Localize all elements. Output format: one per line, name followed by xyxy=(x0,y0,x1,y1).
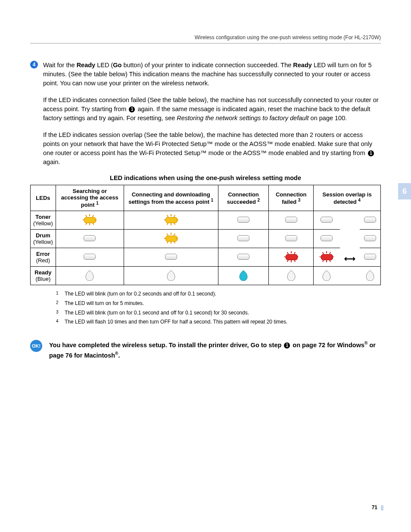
footnote-text: The LED will flash 10 times and then tur… xyxy=(65,317,287,327)
led-cell xyxy=(314,267,340,285)
led-cell xyxy=(269,211,314,230)
led-table: LEDs Searching or accessing the access p… xyxy=(30,185,381,285)
led-cell xyxy=(340,267,360,285)
led-cell xyxy=(218,211,269,230)
led-cell xyxy=(56,211,124,230)
page-corner-accent xyxy=(381,505,383,510)
footnote: 3The LED will blink (turn on for 0.1 sec… xyxy=(56,308,381,318)
led-teardrop-off-icon xyxy=(85,270,94,281)
led-off-icon xyxy=(237,235,249,241)
led-blink-yellow-icon xyxy=(163,215,179,225)
led-cell xyxy=(360,211,381,230)
chapter-tab: 6 xyxy=(398,183,411,199)
led-cell xyxy=(124,230,218,248)
led-cell xyxy=(218,267,269,285)
ok-badge-icon: OK! xyxy=(30,340,42,352)
th-overlap: Session overlap is detected 4 xyxy=(314,185,381,211)
led-cell xyxy=(269,267,314,285)
led-cell xyxy=(360,267,381,285)
led-label: Toner(Yellow) xyxy=(31,211,56,230)
th-connecting: Connecting and downloading settings from… xyxy=(124,185,218,211)
text: LED ( xyxy=(95,62,113,68)
led-off-icon xyxy=(364,235,376,241)
led-blink-red-icon xyxy=(283,252,299,262)
led-cell xyxy=(124,211,218,230)
led-cell xyxy=(218,248,269,267)
footnote-text: The LED will blink (turn on for 0.2 seco… xyxy=(65,289,216,299)
led-off-icon xyxy=(321,235,333,241)
led-teardrop-off-icon xyxy=(322,270,331,281)
led-off-icon xyxy=(237,254,249,260)
led-label: Drum(Yellow) xyxy=(31,230,56,248)
reference-badge: 1 xyxy=(368,150,374,156)
reference-badge: 1 xyxy=(284,342,290,348)
text: on page 72 for Windows xyxy=(291,342,364,348)
led-cell xyxy=(56,267,124,285)
step-number-badge: 4 xyxy=(30,61,38,68)
paragraph-connection-failed: If the LED indicates connection failed (… xyxy=(43,96,381,123)
table-header-row: LEDs Searching or accessing the access p… xyxy=(31,185,381,211)
led-cell xyxy=(124,267,218,285)
led-cell xyxy=(360,230,381,248)
page-number: 71 xyxy=(372,504,377,510)
led-label: Ready(Blue) xyxy=(31,267,56,285)
led-cell xyxy=(269,248,314,267)
text: button) of your printer to indicate conn… xyxy=(121,62,293,68)
led-teardrop-off-icon xyxy=(166,270,176,281)
led-off-icon xyxy=(84,235,96,241)
led-off-icon xyxy=(285,235,297,241)
led-off-icon xyxy=(364,217,376,223)
th-searching: Searching or accessing the access point … xyxy=(56,185,124,211)
led-cell xyxy=(360,248,381,267)
reference-badge: 1 xyxy=(129,106,135,112)
led-blink-yellow-icon xyxy=(81,215,98,225)
led-label: Error(Red) xyxy=(31,248,56,267)
led-cell xyxy=(56,248,124,267)
page-header: Wireless configuration using the one-pus… xyxy=(30,34,381,44)
footnote: 2The LED will turn on for 5 minutes. xyxy=(56,299,381,308)
text: Wait for the xyxy=(43,62,77,68)
led-cell xyxy=(314,248,340,267)
table-row: Error(Red) xyxy=(31,248,381,267)
footnotes: 1The LED will blink (turn on for 0.2 sec… xyxy=(56,289,381,327)
th-failed: Connection failed 3 xyxy=(269,185,314,211)
italic-reference: Restoring the network settings to factor… xyxy=(177,115,308,121)
led-cell xyxy=(124,248,218,267)
text: You have completed the wireless setup. T… xyxy=(49,342,283,348)
table-row: Drum(Yellow) xyxy=(31,230,381,248)
led-teardrop-off-icon xyxy=(365,270,375,281)
led-cell xyxy=(56,230,124,248)
led-blink-yellow-icon xyxy=(163,233,179,243)
led-off-icon xyxy=(321,217,333,223)
footnote: 1The LED will blink (turn on for 0.2 sec… xyxy=(56,289,381,299)
double-arrow-icon: ⟷ xyxy=(344,255,355,263)
led-cell xyxy=(218,230,269,248)
led-cell xyxy=(314,211,340,230)
led-off-icon xyxy=(285,217,297,223)
table-row: Toner(Yellow) ⟷ xyxy=(31,211,381,230)
led-blink-red-icon xyxy=(318,252,335,262)
led-teardrop-off-icon xyxy=(286,270,296,281)
text: on page 100. xyxy=(309,115,347,121)
led-cell xyxy=(314,230,340,248)
footnote-text: The LED will blink (turn on for 0.1 seco… xyxy=(65,308,249,318)
led-off-icon xyxy=(237,217,249,223)
table-row: Ready(Blue) xyxy=(31,267,381,285)
led-off-icon xyxy=(364,254,376,260)
led-teardrop-on-blue-icon xyxy=(239,270,248,281)
text: If the LED indicates session overlap (Se… xyxy=(43,131,372,156)
text: again. xyxy=(43,159,60,165)
step-4: 4 Wait for the Ready LED (Go button) of … xyxy=(30,61,381,88)
step-4-text: Wait for the Ready LED (Go button) of yo… xyxy=(43,61,381,88)
bold: Go xyxy=(113,62,121,68)
table-title: LED indications when using the one-push … xyxy=(30,174,381,181)
led-cell xyxy=(269,230,314,248)
ok-text: You have completed the wireless setup. T… xyxy=(49,340,381,361)
arrow-cell: ⟷ xyxy=(340,211,360,267)
bold: Ready xyxy=(77,62,96,68)
footnote-text: The LED will turn on for 5 minutes. xyxy=(65,299,144,308)
text: . xyxy=(118,352,120,359)
led-off-icon xyxy=(165,254,177,260)
footnote: 4The LED will flash 10 times and then tu… xyxy=(56,317,381,327)
paragraph-session-overlap: If the LED indicates session overlap (Se… xyxy=(43,131,381,167)
